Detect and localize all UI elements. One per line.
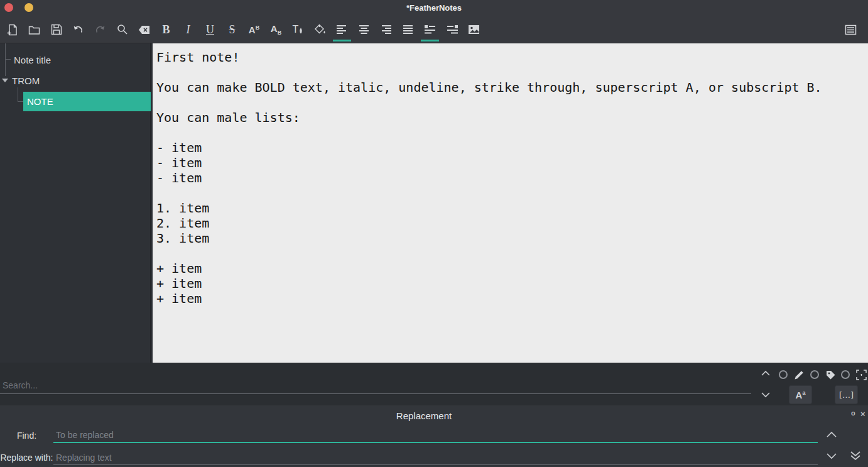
notes-tree: Note title TROM NOTE — [0, 43, 151, 363]
replace-previous-button[interactable] — [823, 429, 840, 441]
chevron-up-icon — [826, 431, 837, 438]
italic-button[interactable]: I — [177, 16, 199, 43]
tree-guide-line — [5, 43, 6, 76]
align-center-button[interactable] — [353, 16, 375, 43]
italic-icon: I — [187, 23, 190, 36]
search-button[interactable] — [111, 16, 133, 43]
replace-next-button[interactable] — [823, 451, 840, 463]
text-color-button[interactable]: T — [287, 16, 309, 43]
search-in-names-button[interactable] — [793, 368, 805, 381]
underline-button[interactable]: U — [199, 16, 221, 43]
search-input[interactable] — [0, 376, 751, 394]
redo-icon — [94, 25, 106, 35]
insert-image-button[interactable] — [463, 16, 485, 43]
active-indicator — [333, 40, 351, 41]
save-button[interactable] — [45, 16, 67, 43]
highlight-color-button[interactable] — [309, 16, 331, 43]
tree-guide-line — [18, 101, 23, 102]
search-everywhere-button[interactable] — [855, 368, 867, 381]
replacement-title: Replacement — [0, 410, 848, 421]
chevron-down-icon — [826, 453, 837, 460]
match-case-button[interactable]: Aa — [789, 385, 812, 404]
superscript-button[interactable]: AB — [243, 16, 265, 43]
undo-icon — [72, 25, 84, 35]
search-icon — [117, 24, 128, 35]
strikethrough-icon: S — [229, 23, 235, 36]
search-all-radio[interactable] — [841, 370, 850, 379]
whole-word-icon: […] — [839, 390, 854, 400]
match-case-icon: Aa — [796, 390, 806, 400]
replace-with-label: Replace with: — [0, 453, 53, 463]
save-icon — [51, 24, 62, 35]
select-all-icon — [856, 370, 867, 380]
active-indicator — [421, 40, 439, 41]
search-next-button[interactable] — [759, 390, 772, 400]
tree-item-note-title[interactable]: Note title — [14, 53, 51, 66]
double-chevron-down-icon — [850, 451, 861, 461]
chevron-up-icon — [761, 370, 771, 376]
search-in-tags-button[interactable] — [824, 368, 837, 381]
chevron-down-icon — [761, 392, 771, 398]
app-window: *FeatherNotes — [0, 0, 868, 467]
rtl-icon — [447, 25, 458, 35]
rtl-button[interactable] — [441, 16, 463, 43]
bold-button[interactable]: B — [155, 16, 177, 43]
tree-guide-line — [18, 87, 18, 102]
paint-bucket-icon — [314, 24, 327, 35]
tree-item-note-selected[interactable]: NOTE — [23, 92, 151, 111]
justify-icon — [403, 25, 413, 35]
redo-button[interactable] — [89, 16, 111, 43]
align-left-button[interactable] — [331, 16, 353, 43]
menu-button[interactable] — [840, 16, 862, 43]
pencil-icon — [794, 370, 805, 380]
close-panel-button[interactable]: × — [860, 409, 865, 419]
search-names-radio[interactable] — [779, 370, 788, 379]
bold-icon: B — [162, 23, 170, 36]
strikethrough-button[interactable]: S — [221, 16, 243, 43]
align-left-icon — [337, 25, 347, 35]
replacement-panel: Replacement o × Find: Replace with: — [0, 405, 868, 467]
titlebar: *FeatherNotes — [0, 0, 868, 16]
superscript-icon: AB — [249, 25, 259, 35]
new-note-icon — [6, 24, 18, 36]
note-editor[interactable]: First note! You can make BOLD text, ital… — [153, 43, 868, 363]
search-panel — [0, 363, 868, 405]
open-folder-icon — [28, 25, 40, 35]
search-previous-button[interactable] — [759, 368, 772, 378]
clear-button[interactable] — [133, 16, 155, 43]
tree-item-trom[interactable]: TROM — [12, 74, 40, 87]
subscript-icon: AB — [271, 23, 281, 36]
ltr-icon — [425, 25, 436, 35]
justify-button[interactable] — [397, 16, 419, 43]
backspace-icon — [138, 25, 150, 35]
tag-icon — [825, 370, 836, 380]
toolbar: B I U S AB AB T — [0, 16, 868, 43]
text-color-icon: T — [293, 24, 304, 35]
align-right-icon — [381, 25, 391, 35]
new-note-button[interactable] — [1, 16, 23, 43]
open-button[interactable] — [23, 16, 45, 43]
underline-icon: U — [206, 23, 214, 36]
undo-button[interactable] — [67, 16, 89, 43]
align-right-button[interactable] — [375, 16, 397, 43]
window-title: *FeatherNotes — [0, 0, 868, 16]
expand-arrow-icon[interactable] — [2, 79, 8, 82]
float-panel-button[interactable]: o — [851, 409, 855, 417]
find-input[interactable] — [53, 428, 818, 443]
whole-word-button[interactable]: […] — [835, 385, 858, 404]
ltr-button[interactable] — [419, 16, 441, 43]
subscript-button[interactable]: AB — [265, 16, 287, 43]
replace-input[interactable] — [53, 450, 818, 465]
align-center-icon — [359, 25, 369, 35]
replace-all-button[interactable] — [847, 449, 864, 464]
image-icon — [468, 25, 480, 35]
menu-icon — [845, 25, 857, 35]
search-tags-radio[interactable] — [810, 370, 819, 379]
tree-guide-line — [5, 59, 11, 60]
find-label: Find: — [0, 431, 53, 441]
